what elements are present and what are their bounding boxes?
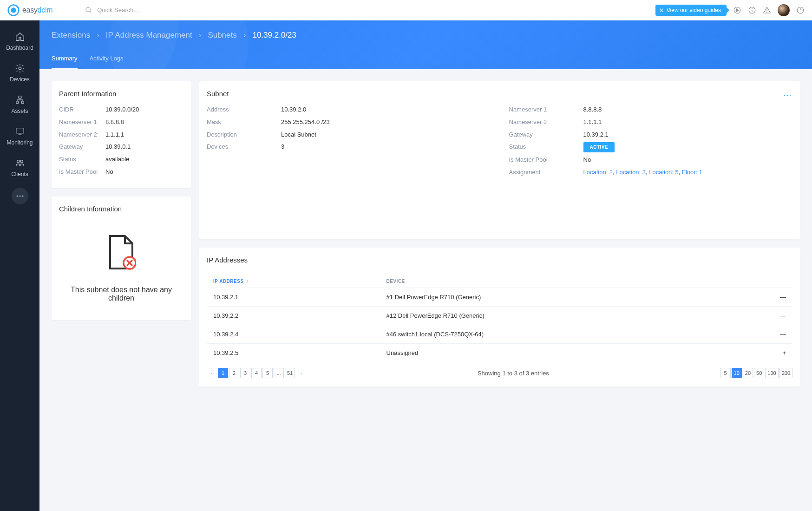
page-size-button[interactable]: 100 [765,368,778,378]
table-row: 10.39.2.1#1 Dell PowerEdge R710 (Generic… [207,288,792,307]
search[interactable]: Quick Search... [85,7,138,14]
page-button[interactable]: 2 [229,368,239,378]
svg-point-28 [20,160,22,163]
sidebar-item-label: Clients [11,171,28,177]
device-cell: Unassigned [380,344,773,362]
page-size-button[interactable]: 20 [743,368,753,378]
svg-point-1 [11,7,16,13]
assign-button[interactable]: + [773,344,792,362]
unassign-button[interactable]: — [773,307,792,325]
empty-state: This subnet does not have any children [59,220,183,312]
next-page-button[interactable]: › [296,368,306,378]
breadcrumb: Extensions › IP Address Management › Sub… [39,20,812,50]
prev-page-button[interactable]: ‹ [207,368,217,378]
video-guides-button[interactable]: View our video guides [655,5,727,16]
empty-file-icon [106,234,136,270]
svg-line-3 [90,11,91,13]
alert-icon[interactable] [763,6,771,14]
breadcrumb-subnets[interactable]: Subnets [208,31,236,40]
avatar[interactable] [778,4,790,16]
empty-text: This subnet does not have any children [64,286,179,302]
svg-point-30 [19,196,20,197]
svg-marker-7 [737,9,739,12]
main: Extensions › IP Address Management › Sub… [39,20,812,399]
svg-point-29 [16,196,18,197]
logo[interactable]: easydcim [7,4,52,16]
org-icon [15,95,25,105]
info-icon[interactable] [748,6,756,14]
status-badge: ACTIVE [583,142,615,152]
table-row: 10.39.2.4#46 switch1.local (DCS-7250QX-6… [207,325,792,344]
page-size-button[interactable]: 5 [720,368,731,378]
topbar-right: View our video guides [655,4,805,16]
logo-icon [7,4,20,16]
tab-activity-logs[interactable]: Activity Logs [90,50,124,69]
sidebar-more-button[interactable] [12,188,28,204]
sidebar-item-label: Monitoring [7,139,33,146]
ip-table: IP ADDRESS↑ DEVICE 10.39.2.1#1 Dell Powe… [207,275,792,362]
page-header: Extensions › IP Address Management › Sub… [39,20,812,69]
play-icon[interactable] [733,6,741,14]
assignment-link[interactable]: Location: 3 [616,169,646,176]
sidebar-item-monitoring[interactable]: Monitoring [0,122,39,151]
left-column: Parent Information CIDR10.39.0.0/20 Name… [52,81,191,320]
tab-summary[interactable]: Summary [52,50,78,69]
content: Parent Information CIDR10.39.0.0/20 Name… [39,69,812,399]
svg-rect-19 [21,101,24,104]
page-size: 5102050100200 [720,368,792,378]
power-icon[interactable] [796,6,805,14]
search-placeholder: Quick Search... [97,7,138,13]
card-actions-button[interactable]: ⋯ [783,90,792,100]
search-icon [85,7,92,14]
parent-info-card: Parent Information CIDR10.39.0.0/20 Name… [52,81,191,188]
unassign-button[interactable]: — [773,325,792,344]
close-icon [659,8,664,13]
sidebar-item-devices[interactable]: Devices [0,59,39,87]
page-button[interactable]: 51 [285,368,295,378]
page-nav: ‹12345...51› [207,368,306,378]
sidebar-item-label: Dashboard [6,45,33,51]
sidebar-item-assets[interactable]: Assets [0,90,39,119]
svg-rect-18 [16,101,18,104]
page-button[interactable]: 3 [240,368,250,378]
card-title: Children Information [59,205,183,213]
ip-cell: 10.39.2.2 [207,307,380,325]
breadcrumb-ipam[interactable]: IP Address Management [106,31,192,40]
assignment-link[interactable]: Floor: 1 [682,169,702,176]
table-row: 10.39.2.5Unassigned+ [207,344,792,362]
ip-addresses-card: IP Addresses IP ADDRESS↑ DEVICE 10.39.2.… [199,248,800,387]
device-cell: #12 Dell PowerEdge R710 (Generic) [380,307,773,325]
svg-point-27 [17,160,20,163]
page-size-button[interactable]: 10 [732,368,742,378]
assignment-link[interactable]: Location: 2 [583,169,613,176]
svg-rect-17 [19,96,21,98]
table-row: 10.39.2.2#12 Dell PowerEdge R710 (Generi… [207,307,792,325]
col-ip-address[interactable]: IP ADDRESS↑ [207,275,380,288]
unassign-button[interactable]: — [773,288,792,307]
subnet-col-right: Nameserver 18.8.8.8 Nameserver 21.1.1.1 … [509,105,793,180]
sidebar-item-clients[interactable]: Clients [0,153,39,182]
users-icon [15,158,25,168]
page-button[interactable]: 4 [251,368,262,378]
page-button[interactable]: ... [274,368,284,378]
col-device[interactable]: DEVICE [380,275,773,288]
assignments: Location: 2, Location: 3, Location: 5, F… [583,168,703,177]
device-cell: #1 Dell PowerEdge R710 (Generic) [380,288,773,307]
ip-cell: 10.39.2.5 [207,344,380,362]
children-info-card: Children Information This subnet does no… [52,197,191,320]
tabs: Summary Activity Logs [39,50,812,69]
page-button[interactable]: 5 [262,368,273,378]
subnet-col-left: Address10.39.2.0 Mask255.255.254.0 /23 D… [207,105,491,180]
sidebar-item-dashboard[interactable]: Dashboard [0,27,39,56]
breadcrumb-extensions[interactable]: Extensions [52,31,90,40]
page-size-button[interactable]: 200 [779,368,792,378]
subnet-card: Subnet ⋯ Address10.39.2.0 Mask255.255.25… [199,81,800,239]
page-size-button[interactable]: 50 [754,368,764,378]
assignment-link[interactable]: Location: 5 [649,169,679,176]
ip-cell: 10.39.2.1 [207,288,380,307]
gear-icon [15,63,25,73]
chevron-right-icon: › [243,31,246,40]
chevron-right-icon: › [199,31,202,40]
page-button[interactable]: 1 [218,368,228,378]
pager-summary: Showing 1 to 3 of 3 entries [478,370,549,377]
